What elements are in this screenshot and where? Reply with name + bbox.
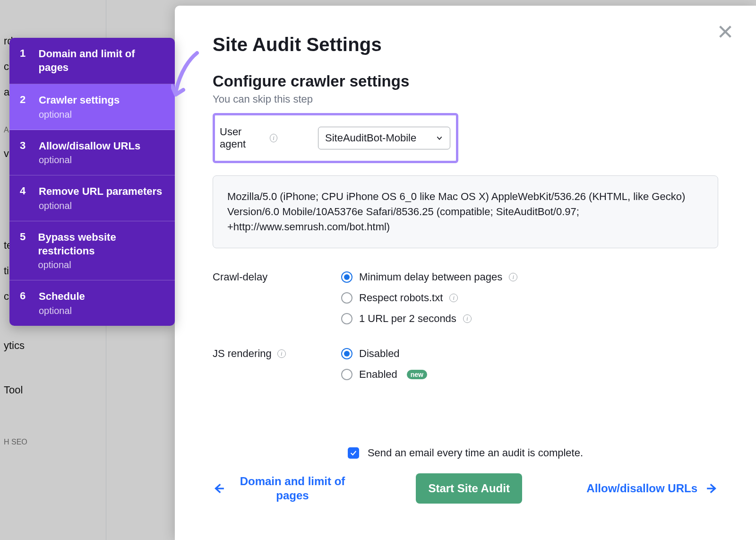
info-icon[interactable]: i (449, 294, 458, 302)
step-5[interactable]: 5 Bypass website restrictions optional (9, 221, 175, 280)
crawl-delay-option-robots[interactable]: Respect robots.txt i (341, 292, 517, 304)
next-step-label: Allow/disallow URLs (586, 481, 697, 496)
radio-icon (341, 348, 352, 359)
email-checkbox-label: Send an email every time an audit is com… (368, 447, 583, 459)
step-title: Schedule (39, 290, 85, 304)
step-title: Crawler settings (39, 94, 120, 107)
info-icon[interactable]: i (463, 314, 472, 323)
radio-label: 1 URL per 2 seconds (359, 313, 456, 325)
radio-label: Disabled (359, 348, 400, 360)
settings-modal: Site Audit Settings Configure crawler se… (175, 6, 756, 540)
step-4[interactable]: 4 Remove URL parameters optional (9, 175, 175, 221)
step-title: Allow/disallow URLs (39, 139, 140, 153)
prev-step-label: Domain and limit of pages (233, 474, 352, 503)
radio-label: Minimum delay between pages (359, 271, 502, 283)
radio-label: Respect robots.txt (359, 292, 443, 304)
step-optional: optional (39, 200, 162, 211)
wizard-footer: Domain and limit of pages Start Site Aud… (213, 473, 718, 504)
user-agent-string: Mozilla/5.0 (iPhone; CPU iPhone OS 6_0 l… (213, 175, 718, 248)
js-enabled-option[interactable]: Enabled new (341, 368, 427, 381)
section-title: Configure crawler settings (213, 72, 718, 90)
user-agent-label-text: User agent (220, 126, 264, 150)
step-number: 3 (20, 139, 28, 166)
crawl-delay-label: Crawl-delay (213, 271, 267, 283)
step-number: 1 (20, 47, 28, 74)
step-number: 6 (20, 290, 28, 316)
info-icon[interactable]: i (277, 349, 286, 358)
step-3[interactable]: 3 Allow/disallow URLs optional (9, 130, 175, 176)
crawl-delay-option-1per2[interactable]: 1 URL per 2 seconds i (341, 313, 517, 325)
js-rendering-label: JS rendering (213, 348, 272, 360)
info-icon[interactable]: i (270, 134, 277, 142)
wizard-steps: 1 Domain and limit of pages 2 Crawler se… (9, 38, 175, 326)
chevron-down-icon (436, 134, 443, 142)
prev-step-button[interactable]: Domain and limit of pages (213, 474, 352, 503)
step-6[interactable]: 6 Schedule optional (9, 280, 175, 326)
js-disabled-option[interactable]: Disabled (341, 348, 427, 360)
radio-icon (341, 292, 352, 304)
step-optional: optional (39, 155, 140, 165)
modal-title: Site Audit Settings (213, 34, 718, 55)
radio-icon (341, 313, 352, 324)
step-optional: optional (39, 109, 120, 120)
user-agent-select[interactable]: SiteAuditBot-Mobile (318, 127, 450, 149)
step-1[interactable]: 1 Domain and limit of pages (9, 38, 175, 84)
checkbox-icon (348, 447, 359, 459)
step-title: Remove URL parameters (39, 185, 162, 199)
step-number: 2 (20, 94, 28, 120)
step-optional: optional (39, 305, 85, 316)
step-optional: optional (38, 260, 164, 270)
step-number: 5 (20, 231, 28, 270)
step-number: 4 (20, 185, 28, 211)
js-rendering-row: JS rendering i Disabled Enabled new (213, 348, 718, 381)
step-2[interactable]: 2 Crawler settings optional (9, 84, 175, 130)
user-agent-row: User agent i SiteAuditBot-Mobile (213, 113, 458, 163)
start-audit-button[interactable]: Start Site Audit (416, 473, 522, 504)
email-checkbox-row[interactable]: Send an email every time an audit is com… (213, 447, 718, 459)
step-title: Bypass website restrictions (38, 231, 164, 258)
step-title: Domain and limit of pages (39, 47, 164, 74)
radio-icon (341, 271, 352, 283)
arrow-left-icon (213, 482, 225, 495)
next-step-button[interactable]: Allow/disallow URLs (586, 481, 718, 496)
info-icon[interactable]: i (509, 273, 517, 281)
arrow-right-icon (706, 482, 718, 495)
section-hint: You can skip this step (213, 93, 718, 105)
crawl-delay-option-min[interactable]: Minimum delay between pages i (341, 271, 517, 283)
crawl-delay-row: Crawl-delay Minimum delay between pages … (213, 271, 718, 325)
radio-label: Enabled (359, 368, 397, 381)
new-badge: new (407, 370, 427, 379)
user-agent-value: SiteAuditBot-Mobile (325, 132, 416, 144)
user-agent-label: User agent i (220, 126, 277, 150)
radio-icon (341, 369, 352, 380)
